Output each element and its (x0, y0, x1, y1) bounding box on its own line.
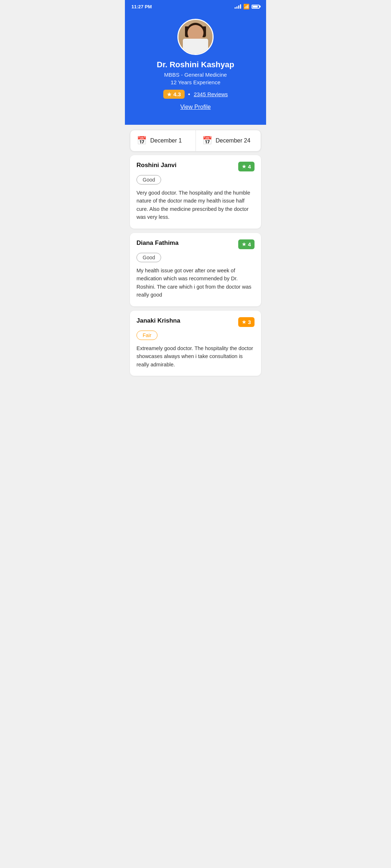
reviewer-name: Diana Fathima (136, 239, 178, 247)
star-icon: ★ (242, 164, 246, 169)
doctor-hero-section: Dr. Roshini Kashyap MBBS - General Medic… (125, 12, 266, 125)
status-time: 11:27 PM (131, 4, 152, 9)
review-rating-value: 4 (248, 163, 251, 170)
review-rating-value: 4 (248, 241, 251, 247)
dot-separator: • (188, 91, 190, 98)
status-icons: 📶 (235, 4, 260, 9)
battery-icon (252, 5, 260, 9)
star-icon: ★ (242, 319, 246, 325)
review-header: Roshini Janvi ★ 4 (136, 162, 255, 171)
sentiment-tag: Good (136, 175, 161, 184)
doctor-name: Dr. Roshini Kashyap (157, 60, 234, 69)
start-date: December 1 (150, 137, 182, 144)
reviews-link[interactable]: 2345 Reviews (194, 91, 228, 97)
reviewer-name: Roshini Janvi (136, 162, 177, 169)
review-card: Roshini Janvi ★ 4 Good Very good doctor.… (130, 155, 261, 229)
review-card: Diana Fathima ★ 4 Good My health issue g… (130, 233, 261, 306)
rating-value: 4.3 (173, 91, 181, 97)
review-rating-badge: ★ 4 (238, 239, 255, 249)
review-header: Janaki Krishna ★ 3 (136, 317, 255, 327)
start-date-item[interactable]: 📅 December 1 (130, 130, 196, 151)
rating-badge: ★ 4.3 (163, 90, 185, 99)
view-profile-button[interactable]: View Profile (180, 104, 211, 110)
wifi-icon: 📶 (243, 4, 249, 9)
reviews-section: Roshini Janvi ★ 4 Good Very good doctor.… (125, 155, 266, 383)
calendar-start-icon: 📅 (137, 136, 147, 145)
review-rating-badge: ★ 3 (238, 317, 255, 327)
review-text: Extreamely good doctor. The hospitality … (136, 344, 255, 369)
reviewer-name: Janaki Krishna (136, 317, 180, 324)
review-text: My health issue got over after one week … (136, 267, 255, 299)
review-rating-badge: ★ 4 (238, 162, 255, 171)
status-bar: 11:27 PM 📶 (125, 0, 266, 12)
end-date-item[interactable]: 📅 December 24 (196, 130, 261, 151)
review-rating-value: 3 (248, 319, 251, 325)
avatar (177, 19, 214, 55)
date-range-section: 📅 December 1 📅 December 24 (130, 130, 261, 152)
star-icon: ★ (167, 92, 172, 97)
calendar-end-icon: 📅 (202, 136, 212, 145)
end-date: December 24 (216, 137, 251, 144)
sentiment-tag: Good (136, 253, 161, 262)
sentiment-tag: Fair (136, 331, 157, 340)
review-header: Diana Fathima ★ 4 (136, 239, 255, 249)
review-text: Very good doctor. The hospitality and th… (136, 189, 255, 221)
doctor-specialization: MBBS - General Medicine (164, 72, 227, 78)
rating-row: ★ 4.3 • 2345 Reviews (163, 90, 228, 99)
doctor-experience: 12 Years Experience (171, 79, 220, 85)
review-card: Janaki Krishna ★ 3 Fair Extreamely good … (130, 311, 261, 376)
star-icon: ★ (242, 242, 246, 247)
signal-icon (235, 4, 241, 9)
